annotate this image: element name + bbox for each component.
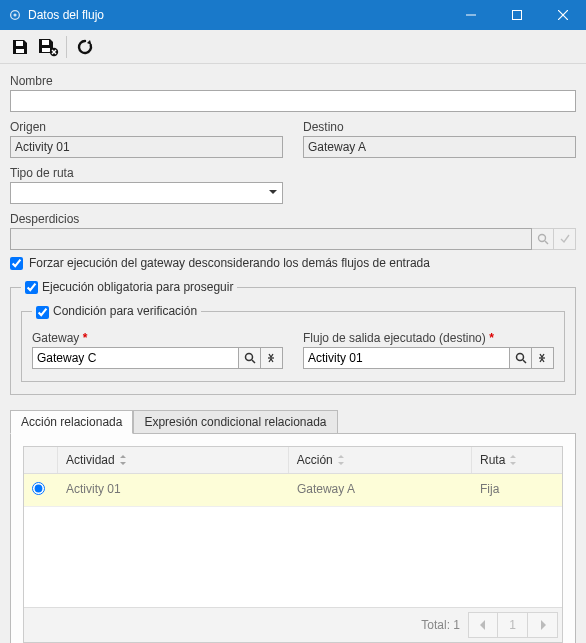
tab-conditional-expression[interactable]: Expresión condicional relacionada (133, 410, 337, 434)
name-label: Nombre (10, 74, 576, 88)
row-action: Gateway A (289, 474, 472, 506)
mandatory-legend: Ejecución obligatoria para proseguir (21, 280, 237, 294)
outflow-label: Flujo de salida ejecutado (destino) * (303, 331, 554, 345)
force-gateway-label: Forzar ejecución del gateway desconsider… (29, 256, 430, 270)
grid-footer: Total: 1 1 (24, 607, 562, 642)
origin-label: Origen (10, 120, 283, 134)
route-type-label: Tipo de ruta (10, 166, 283, 180)
gateway-clear-button[interactable] (261, 347, 283, 369)
grid-col-action[interactable]: Acción (289, 447, 472, 473)
grid-col-route[interactable]: Ruta (472, 447, 562, 473)
svg-line-16 (252, 360, 255, 363)
row-activity: Activity 01 (58, 474, 289, 506)
sort-icon (509, 455, 517, 465)
mandatory-fieldset: Ejecución obligatoria para proseguir Con… (10, 280, 576, 395)
svg-point-18 (516, 353, 523, 360)
maximize-button[interactable] (494, 0, 540, 30)
gateway-search-button[interactable] (239, 347, 261, 369)
page-number: 1 (498, 612, 528, 638)
svg-rect-9 (42, 48, 50, 52)
svg-point-13 (538, 235, 545, 242)
waste-field (10, 228, 532, 250)
condition-legend-text: Condición para verificación (53, 304, 197, 318)
save-button[interactable] (6, 33, 34, 61)
prev-page-button[interactable] (468, 612, 498, 638)
condition-legend: Condición para verificación (32, 304, 201, 318)
outflow-input[interactable] (303, 347, 510, 369)
svg-rect-7 (16, 49, 24, 53)
clear-icon (554, 228, 576, 250)
grid-col-activity[interactable]: Actividad (58, 447, 289, 473)
gateway-input[interactable] (32, 347, 239, 369)
table-row[interactable]: Activity 01 Gateway A Fija (24, 474, 562, 507)
grid-col-select (24, 447, 58, 473)
origin-field: Activity 01 (10, 136, 283, 158)
svg-line-19 (523, 360, 526, 363)
save-close-button[interactable] (34, 33, 62, 61)
dest-field: Gateway A (303, 136, 576, 158)
condition-fieldset: Condición para verificación Gateway * Fl… (21, 304, 565, 381)
app-icon (8, 8, 22, 22)
tab-panel: Actividad Acción Ruta Activity 01 Gatewa… (10, 433, 576, 643)
next-page-button[interactable] (528, 612, 558, 638)
tab-related-action[interactable]: Acción relacionada (10, 410, 133, 434)
sort-icon (119, 455, 127, 465)
outflow-search-button[interactable] (510, 347, 532, 369)
svg-rect-8 (42, 40, 49, 45)
toolbar-separator (66, 36, 67, 58)
window-title: Datos del flujo (28, 8, 448, 22)
grid-header: Actividad Acción Ruta (24, 447, 562, 474)
title-bar: Datos del flujo (0, 0, 586, 30)
close-button[interactable] (540, 0, 586, 30)
svg-rect-3 (513, 11, 522, 20)
origin-value: Activity 01 (15, 140, 70, 154)
name-input[interactable] (10, 90, 576, 112)
tabs: Acción relacionada Expresión condicional… (10, 409, 576, 643)
search-icon (532, 228, 554, 250)
force-gateway-checkbox[interactable] (10, 257, 23, 270)
svg-point-1 (13, 13, 16, 16)
dest-value: Gateway A (308, 140, 366, 154)
row-radio[interactable] (32, 482, 45, 495)
gateway-label: Gateway * (32, 331, 283, 345)
row-route: Fija (472, 474, 562, 506)
dest-label: Destino (303, 120, 576, 134)
mandatory-legend-text: Ejecución obligatoria para proseguir (42, 280, 233, 294)
mandatory-checkbox[interactable] (25, 281, 38, 294)
svg-rect-6 (16, 41, 23, 46)
svg-line-14 (545, 241, 548, 244)
route-type-select[interactable] (10, 182, 283, 204)
grid-total: Total: 1 (421, 618, 460, 632)
grid-empty-space (24, 507, 562, 607)
waste-label: Desperdicios (10, 212, 576, 226)
grid: Actividad Acción Ruta Activity 01 Gatewa… (23, 446, 563, 643)
chevron-down-icon (268, 186, 278, 198)
outflow-clear-button[interactable] (532, 347, 554, 369)
minimize-button[interactable] (448, 0, 494, 30)
sort-icon (337, 455, 345, 465)
toolbar (0, 30, 586, 64)
refresh-button[interactable] (71, 33, 99, 61)
svg-point-15 (245, 353, 252, 360)
condition-checkbox[interactable] (36, 306, 49, 319)
